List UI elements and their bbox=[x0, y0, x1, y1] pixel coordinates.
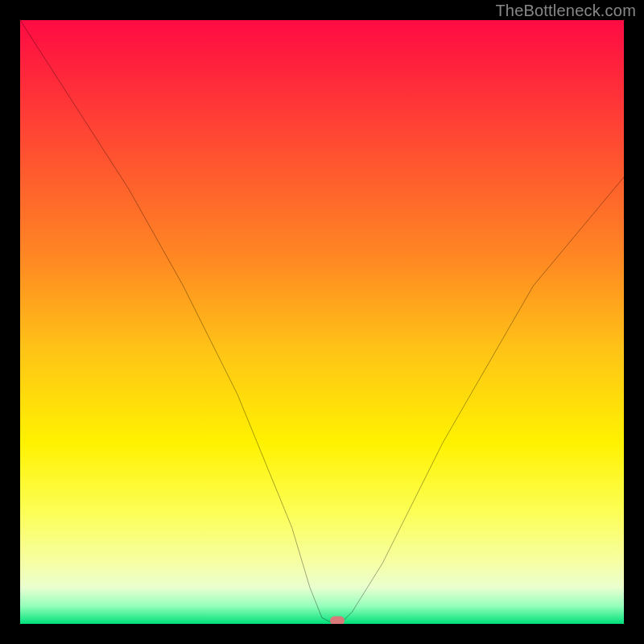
chart-frame: TheBottleneck.com bbox=[0, 0, 644, 644]
plot-area bbox=[20, 20, 624, 624]
watermark-text: TheBottleneck.com bbox=[495, 2, 636, 20]
optimal-point-marker bbox=[330, 617, 345, 624]
curve-path bbox=[20, 20, 624, 624]
bottleneck-curve bbox=[20, 20, 624, 624]
